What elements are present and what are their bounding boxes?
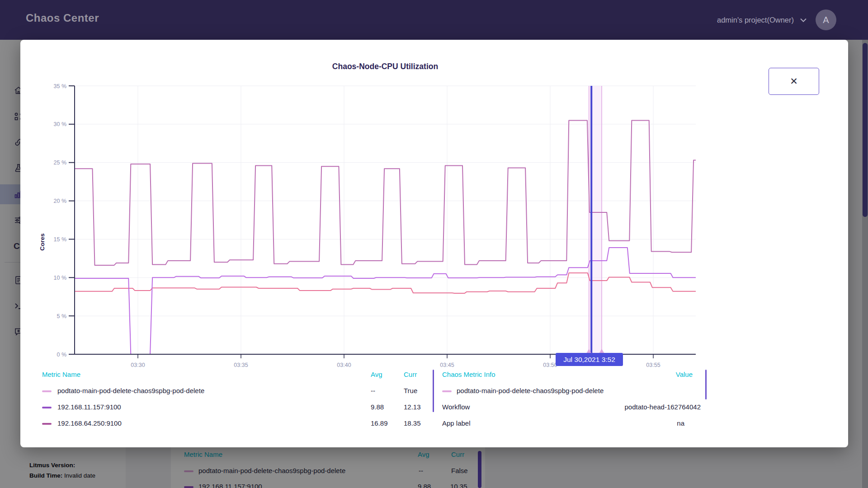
svg-text:03:30: 03:30	[131, 362, 145, 368]
svg-text:20 %: 20 %	[54, 198, 67, 204]
col-avg: Avg	[371, 371, 382, 378]
app-title: Chaos Center	[26, 12, 99, 24]
series-color-dash	[442, 390, 452, 392]
close-icon: ✕	[790, 76, 798, 87]
page: C Litmus Version: Build Time: Invalid da…	[0, 0, 868, 488]
svg-text:03:50: 03:50	[543, 362, 557, 368]
scrollbar-thumb[interactable]	[863, 43, 868, 217]
value-header: Value	[676, 371, 693, 378]
legend-row[interactable]: 192.168.11.157:9100 9.88 12.13	[42, 403, 431, 412]
avatar[interactable]: A	[816, 9, 836, 30]
page-scrollbar[interactable]	[862, 0, 868, 488]
svg-text:0 %: 0 %	[57, 352, 66, 358]
chart-legend-section: Metric Name Avg Curr podtato-main-pod-de…	[20, 371, 848, 443]
legend-row[interactable]: podtato-main-pod-delete-chaos9spbg-pod-d…	[42, 387, 431, 396]
series-line	[75, 273, 696, 293]
svg-text:03:55: 03:55	[646, 362, 660, 368]
legend-row[interactable]: 192.168.64.250:9100 16.89 18.35	[42, 419, 431, 428]
series-line	[75, 248, 696, 354]
svg-text:03:40: 03:40	[337, 362, 351, 368]
info-row: App label na	[442, 419, 701, 428]
series-color-dash	[42, 407, 52, 408]
series-color-dash	[42, 390, 52, 392]
project-selector-label: admin's project(Owner)	[717, 16, 794, 24]
series-line	[75, 120, 696, 265]
table-divider-left	[433, 370, 434, 412]
cpu-utilization-chart[interactable]: 0 %5 %10 %15 %20 %25 %30 %35 %03:3003:35…	[45, 84, 696, 373]
chart-title: Chaos-Node-CPU Utilization	[75, 62, 696, 71]
svg-text:03:35: 03:35	[234, 362, 248, 368]
svg-text:25 %: 25 %	[54, 160, 67, 166]
table-divider-right	[705, 370, 707, 399]
svg-text:30 %: 30 %	[54, 121, 67, 127]
svg-text:03:45: 03:45	[440, 362, 454, 368]
svg-text:35 %: 35 %	[54, 84, 67, 89]
chaos-info-header: Chaos Metric Info	[442, 371, 495, 378]
chart-tooltip: Jul 30,2021 3:52	[556, 353, 623, 366]
chevron-down-icon	[800, 18, 807, 22]
chart-modal: Chaos-Node-CPU Utilization ✕ Cores 0 %5 …	[20, 40, 848, 447]
info-row: Workflow podtato-head-162764042	[442, 403, 701, 412]
close-button[interactable]: ✕	[769, 68, 819, 95]
chaos-event-row: podtato-main-pod-delete-chaos9spbg-pod-d…	[442, 387, 701, 396]
project-selector[interactable]: admin's project(Owner)	[717, 16, 807, 24]
svg-text:5 %: 5 %	[57, 313, 66, 319]
series-color-dash	[42, 423, 52, 425]
app-header: Chaos Center admin's project(Owner) A	[0, 0, 868, 40]
svg-text:10 %: 10 %	[54, 275, 67, 281]
col-metric-name: Metric Name	[42, 371, 80, 378]
col-curr: Curr	[404, 371, 417, 378]
y-axis-label: Cores	[39, 215, 46, 269]
svg-text:15 %: 15 %	[54, 236, 67, 243]
